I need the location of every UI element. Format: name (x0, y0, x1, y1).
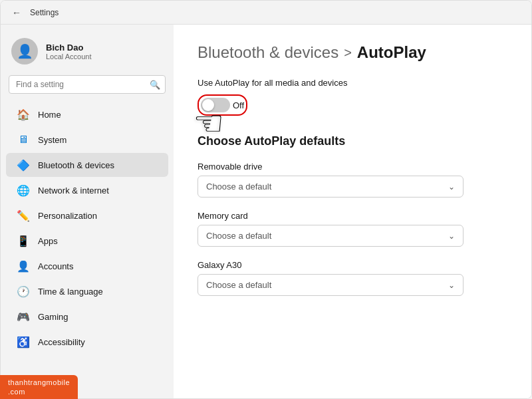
galaxy-a30-value: Choose a default (206, 280, 271, 290)
gaming-icon: 🎮 (17, 310, 30, 323)
main-content: 👤 Bich Dao Local Account 🔍 🏠 Home 🖥 Syst… (1, 25, 531, 398)
sidebar-item-label: Home (38, 110, 61, 120)
toggle-state-label: Off (233, 100, 244, 110)
chevron-down-icon: ⌄ (448, 182, 455, 192)
breadcrumb-current: AutoPlay (357, 43, 426, 62)
removable-drive-value: Choose a default (206, 182, 271, 192)
search-box: 🔍 (9, 75, 166, 94)
back-button[interactable]: ← (9, 5, 25, 21)
toggle-container: Off (198, 94, 247, 116)
sidebar-item-accounts[interactable]: 👤 Accounts (6, 254, 168, 278)
breadcrumb-separator: > (344, 45, 352, 61)
sidebar-item-apps[interactable]: 📱 Apps (6, 229, 168, 253)
sidebar-item-network[interactable]: 🌐 Network & internet (6, 178, 168, 202)
removable-drive-section: Removable drive Choose a default ⌄ (198, 162, 507, 198)
memory-card-label: Memory card (198, 211, 507, 221)
toggle-knob (202, 99, 214, 111)
watermark-text: thanhtrangmobile.com (8, 378, 70, 396)
memory-card-value: Choose a default (206, 231, 271, 241)
accounts-icon: 👤 (17, 259, 30, 273)
sidebar-item-label: Gaming (38, 312, 68, 322)
choose-defaults-heading: Choose AutoPlay defaults (198, 134, 507, 148)
sidebar-item-gaming[interactable]: 🎮 Gaming (6, 305, 168, 329)
search-icon: 🔍 (150, 80, 160, 90)
back-arrow-icon: ← (12, 7, 21, 18)
titlebar: ← Settings (1, 1, 531, 25)
galaxy-a30-label: Galaxy A30 (198, 260, 507, 270)
autoplay-description: Use AutoPlay for all media and devices (198, 78, 507, 88)
user-profile: 👤 Bich Dao Local Account (1, 33, 174, 75)
settings-window: ← Settings 👤 Bich Dao Local Account 🔍 (0, 0, 532, 399)
chevron-down-icon: ⌄ (448, 231, 455, 241)
sidebar-item-personalization[interactable]: ✏️ Personalization (6, 203, 168, 227)
network-icon: 🌐 (17, 184, 30, 197)
bluetooth-icon: 🔷 (17, 158, 30, 172)
home-icon: 🏠 (17, 108, 30, 121)
user-name: Bich Dao (46, 43, 92, 53)
sidebar-item-label: Network & internet (38, 186, 109, 196)
sidebar-item-label: Accessibility (38, 337, 85, 347)
memory-card-section: Memory card Choose a default ⌄ (198, 211, 507, 247)
sidebar-item-home[interactable]: 🏠 Home (6, 102, 168, 126)
watermark: thanhtrangmobile.com (0, 375, 78, 399)
user-info: Bich Dao Local Account (46, 43, 92, 61)
memory-card-dropdown[interactable]: Choose a default ⌄ (198, 225, 464, 247)
sidebar-item-bluetooth[interactable]: 🔷 Bluetooth & devices (6, 153, 168, 177)
sidebar-item-label: Bluetooth & devices (38, 160, 114, 170)
apps-icon: 📱 (17, 234, 30, 247)
search-input[interactable] (9, 75, 166, 94)
removable-drive-dropdown[interactable]: Choose a default ⌄ (198, 176, 464, 198)
chevron-down-icon: ⌄ (448, 281, 455, 290)
sidebar-item-accessibility[interactable]: ♿ Accessibility (6, 330, 168, 354)
avatar: 👤 (11, 38, 38, 65)
avatar-icon: 👤 (17, 43, 33, 59)
galaxy-a30-section: Galaxy A30 Choose a default ⌄ (198, 260, 507, 296)
accessibility-icon: ♿ (17, 335, 30, 348)
sidebar-item-label: Personalization (38, 211, 97, 221)
sidebar-item-label: Apps (38, 236, 58, 246)
autoplay-toggle-row: Off (198, 94, 507, 116)
time-icon: 🕐 (17, 285, 30, 298)
sidebar-item-label: Accounts (38, 261, 73, 271)
breadcrumb-parent: Bluetooth & devices (198, 43, 338, 62)
breadcrumb: Bluetooth & devices > AutoPlay (198, 43, 507, 62)
user-type: Local Account (46, 53, 92, 61)
removable-drive-label: Removable drive (198, 162, 507, 172)
sidebar-item-system[interactable]: 🖥 System (6, 128, 168, 152)
sidebar: 👤 Bich Dao Local Account 🔍 🏠 Home 🖥 Syst… (1, 25, 174, 398)
personalization-icon: ✏️ (17, 209, 30, 222)
titlebar-title: Settings (30, 8, 59, 17)
sidebar-item-time[interactable]: 🕐 Time & language (6, 279, 168, 303)
galaxy-a30-dropdown[interactable]: Choose a default ⌄ (198, 274, 464, 296)
right-panel: Bluetooth & devices > AutoPlay Use AutoP… (174, 25, 531, 398)
sidebar-item-label: Time & language (38, 287, 103, 297)
autoplay-toggle[interactable] (201, 98, 230, 112)
system-icon: 🖥 (17, 133, 30, 146)
watermark-domain: .com (8, 388, 25, 396)
sidebar-item-label: System (38, 135, 66, 145)
